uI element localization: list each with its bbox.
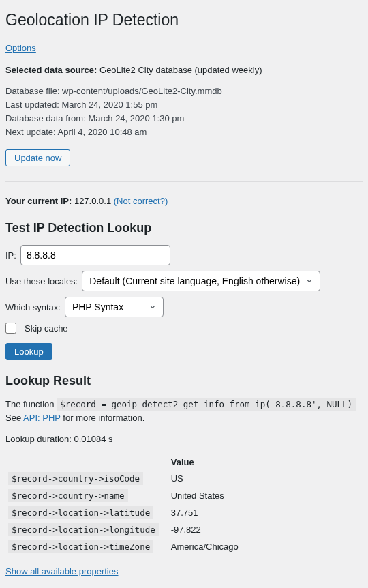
skip-cache-checkbox[interactable] <box>5 323 16 334</box>
table-row: $record->country->nameUnited States <box>5 487 248 504</box>
datasource-info: Database file: wp-content/uploads/GeoLit… <box>5 85 363 140</box>
lookup-form-heading: Test IP Detection Lookup <box>5 221 363 235</box>
table-row: $record->location->timeZoneAmerica/Chica… <box>5 538 248 555</box>
see-prefix: See <box>5 413 21 423</box>
db-next-update: Next update: April 4, 2020 10:48 am <box>5 126 363 139</box>
function-prefix: The function <box>5 399 55 409</box>
skip-cache-label: Skip cache <box>25 323 68 334</box>
current-ip-value: 127.0.0.1 <box>74 196 111 206</box>
result-key: $record->location->timeZone <box>8 540 153 553</box>
datasource-value: GeoLite2 City database (updated weekly) <box>99 65 262 75</box>
table-row: $record->location->longitude-97.822 <box>5 521 248 538</box>
locales-label: Use these locales: <box>5 276 78 286</box>
db-last-updated: Last updated: March 24, 2020 1:55 pm <box>5 98 363 112</box>
result-value: America/Chicago <box>168 538 248 555</box>
lookup-duration: Lookup duration: 0.01084 s <box>5 432 363 446</box>
see-suffix: for more information. <box>63 413 144 423</box>
ip-input[interactable] <box>20 245 170 265</box>
result-heading: Lookup Result <box>5 374 363 388</box>
db-data-from: Database data from: March 24, 2020 1:30 … <box>5 112 363 126</box>
result-value: -97.822 <box>168 521 248 538</box>
result-value: United States <box>168 487 248 504</box>
update-now-button[interactable]: Update now <box>5 149 70 166</box>
page-title: Geolocation IP Detection <box>5 11 363 29</box>
result-key: $record->country->name <box>8 489 128 502</box>
result-key: $record->location->latitude <box>8 506 153 519</box>
result-key: $record->location->longitude <box>8 523 159 536</box>
syntax-select[interactable]: PHP Syntax <box>65 297 164 317</box>
lookup-button[interactable]: Lookup <box>5 343 52 360</box>
api-link[interactable]: API: PHP <box>23 413 61 423</box>
value-header: Value <box>168 454 248 470</box>
datasource-label: Selected data source: <box>5 65 97 75</box>
options-link[interactable]: Options <box>5 43 36 53</box>
function-code: $record = geoip_detect2_get_info_from_ip… <box>57 398 356 411</box>
divider <box>5 181 363 182</box>
result-value: US <box>168 470 248 487</box>
not-correct-link[interactable]: (Not correct?) <box>114 196 168 206</box>
db-file: Database file: wp-content/uploads/GeoLit… <box>5 85 363 98</box>
ip-label: IP: <box>5 250 16 261</box>
result-value: 37.751 <box>168 504 248 521</box>
table-row: $record->location->latitude37.751 <box>5 504 248 521</box>
current-ip-label: Your current IP: <box>5 196 72 206</box>
locales-select[interactable]: Default (Current site language, English … <box>82 271 320 291</box>
table-row: $record->country->isoCodeUS <box>5 470 248 487</box>
show-all-link[interactable]: Show all available properties <box>5 566 118 576</box>
syntax-label: Which syntax: <box>5 302 61 312</box>
result-table: Value $record->country->isoCodeUS$record… <box>5 454 248 555</box>
result-key: $record->country->isoCode <box>8 472 143 485</box>
